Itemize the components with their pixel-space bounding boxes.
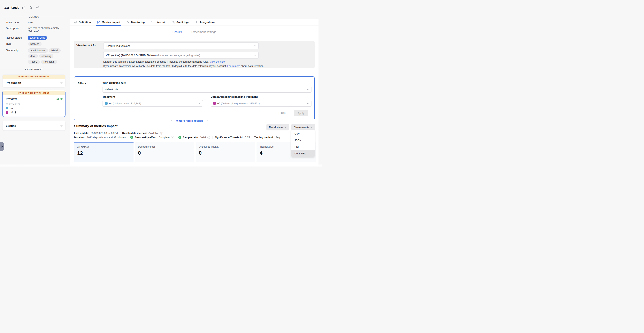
learn-more-link[interactable]: Learn more — [227, 64, 240, 68]
help-icon[interactable]: ? — [208, 136, 210, 139]
status-dot-green — [60, 98, 62, 100]
ownership-chip[interactable]: Team1 — [28, 60, 40, 64]
gear-icon[interactable] — [36, 6, 40, 9]
treatments-label: TREATMENTS — [6, 103, 62, 105]
ownership-chip[interactable]: New Team — [41, 60, 57, 64]
puzzle-icon — [196, 21, 198, 24]
production-environment-banner: PRODUCTION ENVIRONMENT — [2, 91, 65, 95]
check-circle-icon: ✓ — [178, 136, 181, 139]
seasonality-value: Complete — [159, 136, 170, 139]
env-card-staging[interactable]: Staging — [2, 121, 66, 131]
rollout-status-badge[interactable]: External Beta — [28, 36, 46, 40]
significance-value: 0.05 — [245, 136, 250, 139]
tab-audit-logs[interactable]: Audit logs — [172, 19, 189, 26]
view-definition-link[interactable]: View definition — [210, 60, 226, 63]
recalculate-button[interactable]: Recalculate — [266, 124, 289, 130]
more-filters-toggle[interactable]: 0 more filters applied — [167, 119, 212, 122]
recalculate-metrics-value: Available — [148, 132, 159, 134]
retention-info-line: If you update this version we will only … — [103, 64, 264, 68]
main-panel: Definition Metrics impact Monitoring — [70, 19, 318, 166]
last-update-value: 05/30/2025 03:57:06PM — [91, 132, 118, 134]
info-icon[interactable]: i — [160, 132, 163, 134]
description-row: Description A/A test to check telemetry … — [6, 26, 68, 33]
targeting-rule-label: With targeting rule — [102, 81, 126, 84]
metric-card-all-metrics[interactable]: All metrics 12 — [74, 142, 134, 162]
env-name: Preview — [6, 97, 56, 100]
treatment-on-swatch — [105, 102, 108, 105]
tab-live-tail[interactable]: Live tail — [151, 19, 166, 26]
metric-summary-cards: All metrics 12 Desired impact 0 Undesire… — [74, 142, 316, 162]
menu-item-json[interactable]: JSON — [292, 137, 314, 144]
reset-button[interactable]: Reset — [278, 111, 285, 114]
env-name: Staging — [6, 124, 60, 127]
swap-arrows-icon: ⇄ — [56, 98, 59, 100]
baseline-label: Compared against baseline treatment — [211, 95, 258, 98]
chevron-down-icon — [198, 103, 200, 104]
treatment-off-swatch — [213, 102, 216, 105]
sidebar-collapse-handle[interactable] — [0, 142, 4, 151]
tab-definition[interactable]: Definition — [74, 19, 91, 26]
bottom-fade — [0, 164, 322, 166]
terminal-icon — [151, 21, 154, 24]
ownership-chip[interactable]: channing — [39, 54, 54, 58]
summary-title: Summary of metrics impact — [74, 124, 118, 128]
treatment-select[interactable]: on (Unique users: 316,341) — [102, 100, 203, 107]
tab-bar: Definition Metrics impact Monitoring — [70, 19, 318, 26]
share-results-button[interactable]: Share results — [292, 124, 315, 130]
star-icon[interactable] — [29, 6, 32, 9]
treatment-off-swatch — [6, 111, 8, 114]
document-search-icon — [172, 21, 175, 24]
page-title: aa_test — [4, 5, 19, 10]
chevron-right-icon — [2, 146, 3, 148]
impact-type-select[interactable]: Feature flag versions — [103, 42, 259, 49]
copy-icon[interactable] — [22, 6, 26, 9]
menu-item-copy-url[interactable]: Copy URL — [292, 150, 314, 157]
view-impact-label: View impact for — [76, 44, 96, 47]
environment-heading: ENVIRONMENT — [2, 68, 66, 70]
chevron-down-icon — [311, 126, 313, 128]
menu-item-pdf[interactable]: PDF — [292, 144, 314, 150]
targeting-rule-select[interactable]: default rule — [102, 86, 312, 92]
chevron-down-icon — [254, 45, 256, 46]
tab-monitoring[interactable]: Monitoring — [126, 19, 145, 26]
filters-section: Filters With targeting rule default rule… — [74, 76, 314, 120]
baseline-select[interactable]: off (Default | Unique users: 315,461) — [211, 100, 312, 107]
help-icon[interactable]: ? — [171, 136, 174, 139]
description-value: A/A test to check telemetry "fairness" — [28, 26, 65, 33]
menu-item-csv[interactable]: CSV — [292, 130, 314, 137]
tab-integrations[interactable]: Integrations — [196, 19, 215, 26]
view-impact-section: View impact for Feature flag versions V2… — [74, 41, 314, 68]
share-results-menu: CSV JSON PDF Copy URL — [292, 130, 314, 157]
env-card-production[interactable]: PRODUCTION ENVIRONMENT Production — [2, 74, 66, 87]
subtab-results[interactable]: Results — [172, 30, 182, 35]
subtab-experiment-settings[interactable]: Experiment settings — [192, 30, 216, 35]
version-select[interactable]: V21 (Active) (10/03/2022 04:59PM To Now)… — [103, 52, 259, 58]
ownership-chip[interactable]: Administrators — [28, 48, 48, 53]
duration-value: 1013 days 8 hours and 33 minutes — [87, 136, 126, 139]
details-heading: DETAILS — [2, 16, 66, 18]
sidebar: DETAILS Traffic type user Description A/… — [0, 16, 68, 134]
check-circle-icon: ✓ — [130, 136, 133, 139]
tab-metrics-impact[interactable]: Metrics impact — [97, 19, 120, 26]
filters-label: Filters — [78, 82, 86, 85]
ownership-chip[interactable]: bilal+1 — [49, 48, 60, 53]
traffic-type-row: Traffic type user — [6, 21, 68, 24]
testing-method-value: Seq — [276, 136, 280, 139]
env-card-preview[interactable]: PRODUCTION ENVIRONMENT Preview ⇄ TREATME… — [2, 91, 66, 117]
chevron-down-icon — [171, 120, 173, 122]
ownership-row: Ownership Administrators bilal+1 dave ch… — [6, 48, 68, 64]
status-dot-gray — [60, 82, 62, 84]
page-header: aa_test — [4, 5, 40, 10]
pulse-icon — [126, 21, 130, 24]
ownership-chip[interactable]: dave — [28, 54, 38, 58]
metric-card-undesired-impact[interactable]: Undesired impact 0 — [196, 142, 255, 162]
rollout-status-row: Rollout status External Beta — [6, 36, 68, 40]
chevron-down-icon — [307, 103, 309, 104]
apply-button[interactable]: Apply — [294, 110, 308, 116]
status-dot-gray — [60, 124, 62, 127]
tag-chip[interactable]: backend — [28, 42, 42, 46]
metric-card-desired-impact[interactable]: Desired impact 0 — [135, 142, 194, 162]
version-info-line: Data for this version is automatically c… — [103, 60, 226, 63]
status-row-2: Duration: 1013 days 8 hours and 33 minut… — [74, 136, 280, 139]
chevron-down-icon — [284, 126, 286, 128]
